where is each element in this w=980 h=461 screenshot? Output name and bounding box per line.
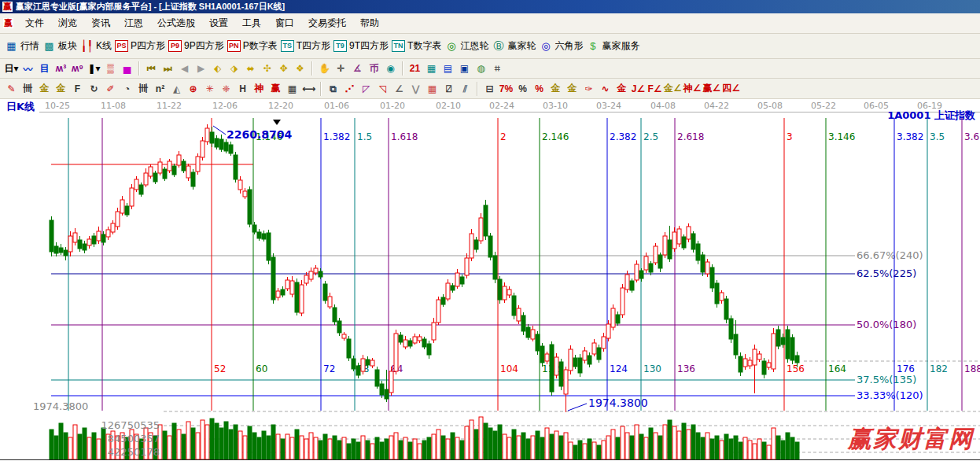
ying-angle-icon[interactable]: 赢∠: [703, 81, 721, 97]
wave-band-icon[interactable]: ∿: [598, 81, 613, 97]
zigzag-icon[interactable]: 〰: [20, 61, 35, 76]
box-select-icon[interactable]: ⧉: [326, 81, 341, 97]
next-bar-icon[interactable]: ▶: [193, 61, 208, 76]
winner-service-button[interactable]: $赢家服务: [586, 39, 639, 53]
menu-item-浏览[interactable]: 浏览: [51, 14, 84, 31]
save-icon[interactable]: ▣: [457, 61, 472, 76]
four-angle-icon[interactable]: 四∠: [722, 81, 740, 97]
menu-item-公式选股[interactable]: 公式选股: [150, 14, 202, 31]
j-angle-icon[interactable]: J∠: [631, 81, 646, 97]
trend-angle-icon[interactable]: ∠: [392, 81, 407, 97]
menu-item-设置[interactable]: 设置: [202, 14, 235, 31]
menu-item-江恩[interactable]: 江恩: [117, 14, 150, 31]
n-square-icon[interactable]: n²: [153, 81, 168, 97]
retrace-pct-icon[interactable]: 7%: [499, 81, 514, 97]
angle-ring-icon[interactable]: ∡: [350, 61, 365, 76]
diamond-lr-icon[interactable]: ⬌: [243, 61, 258, 76]
crosshair-icon[interactable]: ✛: [333, 61, 348, 76]
star-box-icon[interactable]: ❈: [219, 81, 234, 97]
percent-icon[interactable]: %: [515, 81, 530, 97]
kline-button[interactable]: ╽╿K线: [80, 39, 112, 53]
wave9-icon[interactable]: ʍ⁹: [70, 61, 85, 76]
calendar-21-icon[interactable]: 21: [407, 61, 422, 76]
menu-item-资讯[interactable]: 资讯: [84, 14, 117, 31]
sectors-button[interactable]: ▩板块: [42, 39, 77, 53]
candle-type-selector[interactable]: ❚▾: [87, 61, 101, 76]
gold-level-icon[interactable]: 金: [565, 81, 580, 97]
brain-icon[interactable]: ◉: [383, 61, 398, 76]
diamond-right-icon[interactable]: ⬗: [227, 61, 241, 76]
shen-angle-icon[interactable]: 神∠: [683, 81, 702, 97]
shen-icon[interactable]: 神: [252, 81, 267, 97]
gann-fan-icon[interactable]: ⋰: [342, 81, 357, 97]
hand-tool-icon[interactable]: ✋: [317, 61, 332, 76]
workstation-icon[interactable]: ⌗: [490, 61, 505, 76]
fan-box-icon[interactable]: ◸: [359, 81, 374, 97]
gold-angle-icon[interactable]: 金∠: [664, 81, 682, 97]
v-lines-icon[interactable]: ⋁: [408, 81, 423, 97]
gold-comb2-icon[interactable]: 金: [53, 81, 68, 97]
star-burst-icon[interactable]: ✳: [202, 81, 217, 97]
report-icon[interactable]: 目: [37, 61, 52, 76]
red-grid-icon[interactable]: ▦: [425, 81, 440, 97]
p-number-table-button[interactable]: PNP数字表: [227, 39, 278, 53]
gann-wheel-button[interactable]: ◎江恩轮: [444, 39, 488, 53]
comb-icon[interactable]: 卌: [20, 81, 35, 97]
p-square-button[interactable]: PSP四方形: [115, 39, 165, 53]
pattern-icon[interactable]: ▒: [103, 61, 118, 76]
gold-comb-icon[interactable]: 金: [37, 81, 52, 97]
k-mark-icon[interactable]: Η: [235, 81, 250, 97]
f-comb-icon[interactable]: F: [70, 81, 85, 97]
chart-area[interactable]: 10-2511-0811-2212-0612-2001-0601-2002-10…: [0, 99, 980, 461]
parallel-lines-icon[interactable]: ⫽: [458, 81, 473, 97]
candle-body: [319, 271, 322, 277]
prev-bar-icon[interactable]: ◀: [177, 61, 192, 76]
gold-circle-icon[interactable]: 金: [548, 81, 563, 97]
red-pencil-icon[interactable]: ✐: [103, 81, 118, 97]
diamond-left-icon[interactable]: ⬖: [210, 61, 225, 76]
t9-square-button[interactable]: T99T四方形: [333, 39, 389, 53]
diamond-star-icon[interactable]: ✥: [276, 61, 291, 76]
grid-arrow-icon[interactable]: ⍁: [441, 81, 456, 97]
notepad-icon[interactable]: ▤: [440, 61, 455, 76]
period-day-selector[interactable]: 日▾: [4, 61, 19, 76]
menu-item-文件[interactable]: 文件: [18, 14, 51, 31]
p9-square-button[interactable]: P99P四方形: [168, 39, 224, 53]
percent-line-icon[interactable]: %: [532, 81, 547, 97]
mirror-angle-icon[interactable]: ◭: [169, 81, 184, 97]
menu-item-帮助[interactable]: 帮助: [353, 14, 386, 31]
cycle-clock-icon[interactable]: ◔: [120, 81, 134, 97]
title-bar[interactable]: 赢 赢家江恩专业版[赢家内部服务平台] - [上证指数 SH1A0001-167…: [0, 0, 980, 13]
t-number-table-button[interactable]: TNT数字表: [392, 39, 441, 53]
wave3-icon[interactable]: ʍ³: [53, 61, 68, 76]
marker-pencil-icon[interactable]: ✑: [581, 81, 596, 97]
last-bar-icon[interactable]: ⏭: [160, 61, 175, 76]
ying-icon[interactable]: 赢: [268, 81, 283, 97]
gold-band-icon[interactable]: 金: [614, 81, 629, 97]
menu-item-交易委托[interactable]: 交易委托: [301, 14, 353, 31]
span-arrows-icon[interactable]: ⟷: [301, 81, 316, 97]
diamond-cross-icon[interactable]: ✣: [260, 61, 274, 76]
brush-icon[interactable]: ✎: [4, 81, 19, 97]
first-bar-icon[interactable]: ⏮: [144, 61, 159, 76]
volume-histogram-icon[interactable]: ▅: [120, 61, 134, 76]
compass-cross-icon[interactable]: ⊕: [186, 81, 201, 97]
price-scale-icon[interactable]: ⊟: [482, 81, 497, 97]
quotes-button[interactable]: ▦行情: [5, 39, 39, 53]
fan-corner-icon[interactable]: ◹: [375, 81, 390, 97]
t-square-button[interactable]: TST四方形: [281, 39, 330, 53]
volume-bar: [743, 437, 747, 459]
calculator-icon[interactable]: ▦: [424, 61, 439, 76]
hexagon-button[interactable]: ◎六角形: [539, 39, 583, 53]
grid-123-icon[interactable]: ▦: [285, 81, 300, 97]
menu-item-窗口[interactable]: 窗口: [268, 14, 301, 31]
web-icon[interactable]: ◍: [473, 61, 488, 76]
menu-item-工具[interactable]: 工具: [235, 14, 268, 31]
winner-wheel-button[interactable]: Ⓑ赢家轮: [492, 39, 536, 53]
gann-coin-icon[interactable]: 币: [367, 61, 381, 76]
watermark: 赢家财富网: [847, 425, 975, 452]
comb2-icon[interactable]: 卌: [136, 81, 151, 97]
spiral-icon[interactable]: ↻: [87, 81, 101, 97]
f-angle-icon[interactable]: F∠: [647, 81, 662, 97]
diamond-grid-icon[interactable]: ❖: [293, 61, 308, 76]
